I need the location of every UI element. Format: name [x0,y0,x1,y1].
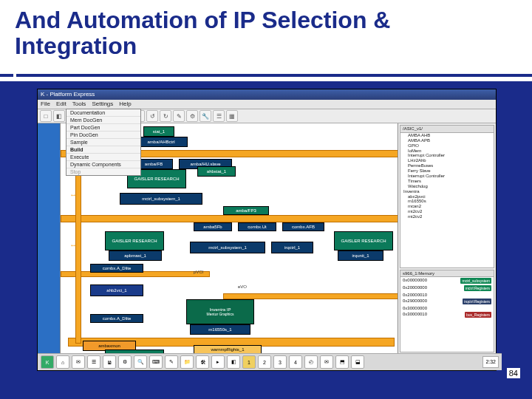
toolbar-button[interactable]: ✎ [173,110,185,122]
block-combxafb[interactable]: combx.AFB [282,222,324,231]
tree-item[interactable]: GPIO [400,143,494,149]
taskbar[interactable]: K ⌂ ✉ ☰ 🗎 ⚙ 🔍 ⌨ ✎ 📁 🛠 ▸ ◧ 1 2 3 4 ◴ ✉ ⬒ … [38,353,502,370]
block-mctrl-sub[interactable]: mctrl_subsystem_1 [120,193,202,205]
task-icon[interactable]: ⚙ [118,355,132,369]
toolbar-button[interactable]: ↻ [160,110,171,122]
arrow-icon: ↔ [69,191,77,199]
label-evo: eVO [238,284,247,289]
task-icon[interactable]: ◧ [227,355,240,369]
dropdown-menu[interactable]: Documentation Mem DocGen Part DocGen Pin… [66,109,141,176]
tree-item[interactable]: IoMem [400,149,494,154]
ip-tree[interactable]: /ASIC_v1/ AMBA AHB AMBA APB GPIO IoMem I… [400,125,494,268]
slide-title: And Automation of IP Selection & Integra… [15,7,502,59]
toolbar-button[interactable]: □ [40,110,52,122]
block-combxut[interactable]: combx.Ut [238,222,276,231]
tree-item[interactable]: Interrupt Controller [400,153,494,158]
tree-item[interactable]: mt2cv2 [400,209,494,214]
tray-icon[interactable]: ✉ [320,355,333,369]
block-ahb2vci[interactable]: ahb2vci_1 [90,284,143,296]
toolbar-button[interactable]: ☰ [213,110,225,122]
block-inventra[interactable]: Inventra IP Mentor Graphics [186,299,254,324]
menu-item[interactable]: Execute [66,154,140,161]
tree-item[interactable]: Timers [400,179,494,184]
task-icon[interactable]: ✎ [165,355,178,369]
tree-item[interactable]: abc2pvci [400,194,494,200]
pager-4[interactable]: 4 [289,355,302,369]
tree-item[interactable]: Interrupt Controller [400,174,494,179]
menu-help[interactable]: Help [119,100,131,109]
title-rule [0,74,532,77]
menu-file[interactable]: File [41,100,50,109]
bus-bar [223,293,398,299]
tree-item[interactable]: Inventra [400,189,494,194]
menu-item[interactable]: Documentation [66,109,140,117]
arrow-icon: ↔ [69,242,77,249]
tree-item[interactable]: PermeBuses [400,163,494,168]
menu-edit[interactable]: Edit [56,100,66,109]
clock: 2:32 [482,356,499,368]
tree-item[interactable]: Watchdog [400,184,494,189]
mem-row: 0x30000000 [400,305,494,311]
menu-item[interactable]: Sample [66,139,140,146]
task-icon[interactable]: ☰ [87,355,100,369]
task-icon[interactable]: 📁 [180,355,194,369]
right-panel: /ASIC_v1/ AMBA AHB AMBA APB GPIO IoMem I… [398,123,496,354]
task-icon[interactable]: 🗎 [103,355,116,369]
menu-item[interactable]: Pin DocGen [66,132,140,139]
block-stat[interactable]: stat_1 [143,126,174,137]
tree-item[interactable]: Ferry Slave [400,168,494,174]
toolbar-button[interactable]: ↺ [146,110,158,122]
block-combxlite[interactable]: combx.A_Dlite [90,264,143,273]
tray-icon[interactable]: ⬒ [335,355,349,369]
toolbar-button[interactable]: ▦ [226,110,238,122]
task-icon[interactable]: ▸ [211,355,225,369]
block-m16550[interactable]: m16550s_1 [190,324,250,335]
toolbar-button[interactable]: 🔧 [200,110,211,122]
pager-2[interactable]: 2 [258,355,271,369]
block-mctrl-sub2[interactable]: mctrl_subsystem_1 [190,242,265,253]
block-ambafp3[interactable]: amba/FP3 [223,206,269,215]
block-combxdlite2[interactable]: combx.A_Dlite [90,314,143,323]
menu-item[interactable]: Dynamic Components [66,161,140,168]
menu-tools[interactable]: Tools [72,100,86,109]
toolbar-button[interactable]: ⚙ [186,110,198,122]
block-apbmast[interactable]: apbmast_1 [109,250,162,261]
tree-item[interactable]: AMBA AHB [400,133,494,138]
memory-title: s966_1:Memory [400,270,494,277]
block-ambaahb[interactable]: amba/AHBctrl [134,137,188,147]
start-button[interactable]: K [41,355,54,369]
tray-icon[interactable]: ◴ [304,355,318,369]
mem-row: 0x29000000irqctrl:Registers [400,298,494,305]
task-icon[interactable]: 🛠 [196,355,209,369]
pager-3[interactable]: 3 [273,355,287,369]
pager-1[interactable]: 1 [242,355,256,369]
menu-item[interactable]: Part DocGen [66,124,140,132]
tree-item[interactable]: mt2cv2 [400,214,494,219]
tree-item[interactable]: AMBA APB [400,138,494,143]
block-amba5[interactable]: amba5Fb [194,222,232,231]
toolbar-button[interactable]: ◧ [53,110,65,122]
block-irqunit[interactable]: irqunit_1 [338,250,383,261]
tree-item[interactable]: mcan2 [400,204,494,209]
task-icon[interactable]: ✉ [72,355,85,369]
task-icon[interactable]: ⌂ [56,355,69,369]
task-icon[interactable]: 🔍 [134,355,147,369]
menu-item-build[interactable]: Build [66,146,140,154]
menu-settings[interactable]: Settings [92,100,113,109]
tree-item[interactable]: LHz2Ahb [400,158,494,163]
tree-item[interactable]: m16550s [400,199,494,204]
window-title: K - Platform Express [38,89,496,100]
page-number: 84 [507,368,520,378]
memory-panel[interactable]: s966_1:Memory 0x00000000mctrl_subsystem … [400,270,494,352]
block-ahbstat[interactable]: ahbstat_1 [197,166,236,177]
menu-item[interactable]: Mem DocGen [66,117,140,124]
block-gaisler3[interactable]: GAISLER RESEARCH [334,231,393,250]
block-gaisler2[interactable]: GAISLER RESEARCH [105,231,164,250]
block-irqctrl[interactable]: irqctrl_1 [271,242,313,253]
tray-icon[interactable]: ⬓ [351,355,364,369]
task-icon[interactable]: ⌨ [149,355,163,369]
mem-row: 0x30000010bus_Registers [400,311,494,318]
left-sidebar [38,123,61,354]
tree-title: /ASIC_v1/ [400,126,494,133]
mem-row: 0x20000010 [400,292,494,298]
